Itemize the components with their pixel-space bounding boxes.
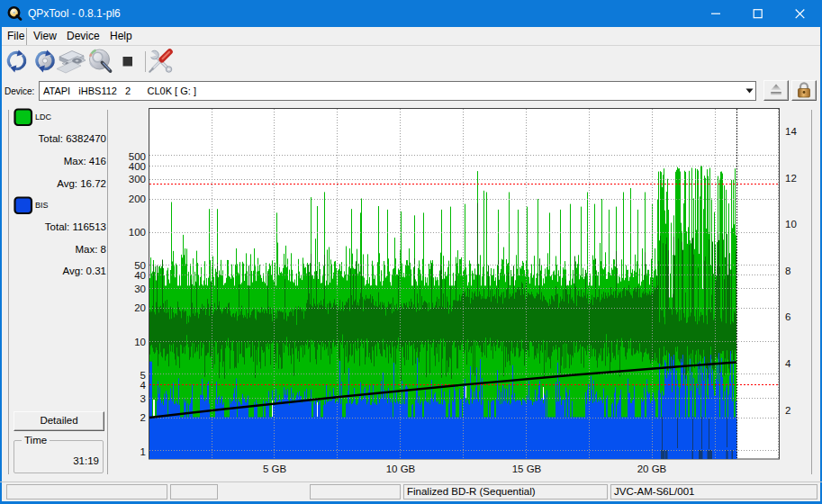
svg-text:4: 4 bbox=[785, 358, 791, 369]
svg-text:2: 2 bbox=[140, 412, 146, 423]
svg-text:20 GB: 20 GB bbox=[637, 464, 667, 474]
svg-text:200: 200 bbox=[129, 194, 146, 204]
svg-text:1: 1 bbox=[140, 446, 146, 457]
svg-text:20: 20 bbox=[134, 302, 146, 313]
svg-text:10 GB: 10 GB bbox=[386, 464, 416, 474]
svg-text:400: 400 bbox=[129, 161, 146, 172]
svg-text:100: 100 bbox=[129, 227, 146, 238]
svg-text:5 GB: 5 GB bbox=[263, 464, 287, 474]
svg-text:5: 5 bbox=[140, 370, 146, 381]
svg-text:2: 2 bbox=[785, 405, 790, 416]
svg-text:10: 10 bbox=[785, 219, 797, 230]
svg-text:4: 4 bbox=[140, 380, 147, 391]
svg-text:30: 30 bbox=[134, 284, 146, 294]
svg-text:14: 14 bbox=[785, 126, 797, 137]
svg-text:8: 8 bbox=[785, 266, 790, 276]
svg-text:3: 3 bbox=[140, 393, 146, 404]
svg-text:10: 10 bbox=[134, 337, 146, 347]
svg-text:12: 12 bbox=[785, 173, 797, 184]
svg-text:15 GB: 15 GB bbox=[512, 464, 542, 474]
svg-text:50: 50 bbox=[134, 260, 146, 271]
svg-text:40: 40 bbox=[134, 270, 146, 281]
svg-text:300: 300 bbox=[129, 174, 146, 184]
svg-text:500: 500 bbox=[129, 151, 146, 162]
svg-text:6: 6 bbox=[785, 311, 790, 322]
